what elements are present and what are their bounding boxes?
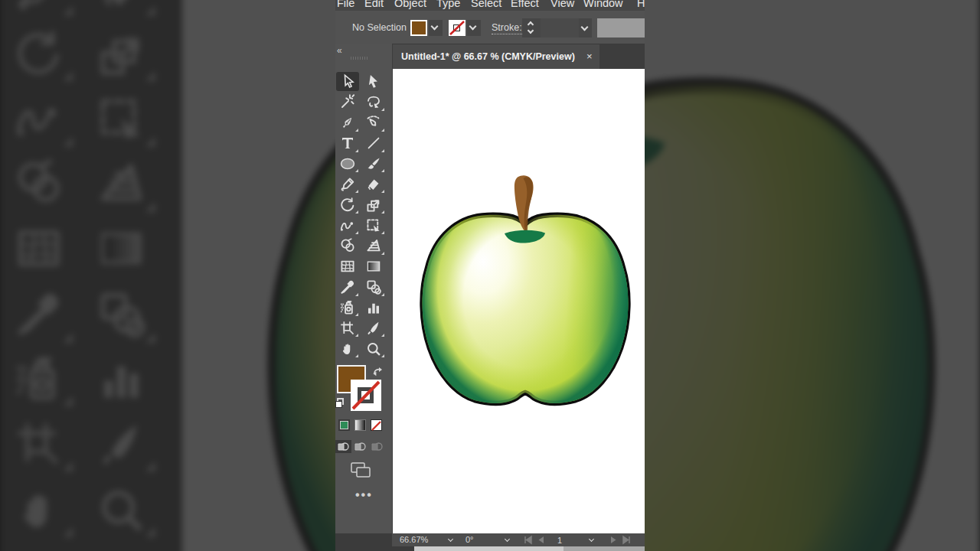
- svg-text:1: 1: [557, 536, 562, 545]
